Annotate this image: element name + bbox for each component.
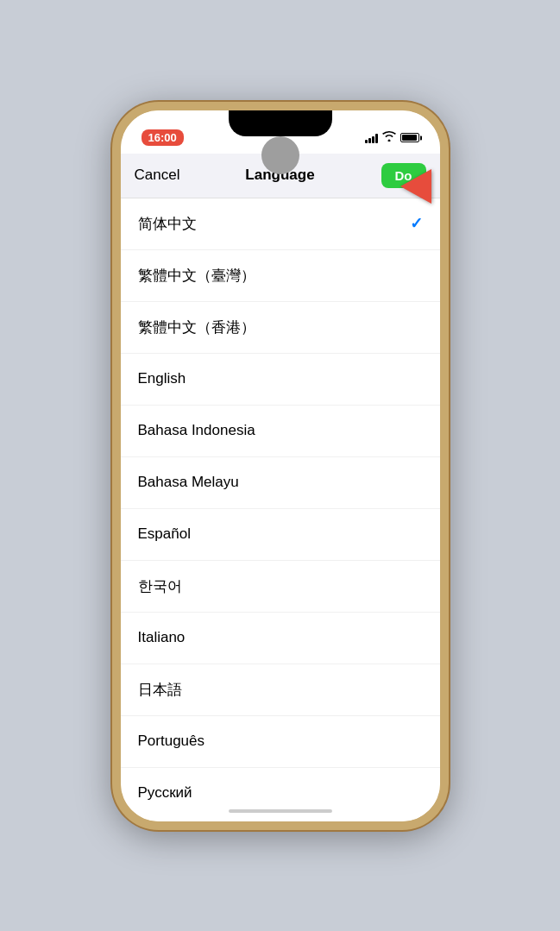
status-icons bbox=[365, 131, 419, 144]
language-name: Português bbox=[138, 733, 205, 750]
language-item[interactable]: Bahasa Indonesia bbox=[121, 406, 440, 457]
language-name: 繁體中文（臺灣） bbox=[138, 266, 255, 286]
language-name: Bahasa Melayu bbox=[138, 474, 239, 491]
phone-body: 16:00 bbox=[112, 102, 449, 830]
signal-bars-icon bbox=[365, 133, 378, 143]
screen: 16:00 bbox=[121, 110, 440, 821]
language-name: 한국어 bbox=[138, 576, 182, 596]
language-name: 简体中文 bbox=[138, 214, 197, 234]
home-bar bbox=[229, 809, 332, 813]
avatar bbox=[261, 136, 299, 174]
cancel-button[interactable]: Cancel bbox=[135, 167, 180, 184]
language-list: 简体中文✓繁體中文（臺灣）繁體中文（香港）EnglishBahasa Indon… bbox=[121, 198, 440, 801]
phone-frame: 16:00 bbox=[0, 0, 560, 931]
language-name: English bbox=[138, 370, 186, 387]
language-item[interactable]: English bbox=[121, 354, 440, 406]
language-item[interactable]: Português bbox=[121, 716, 440, 768]
language-name: Bahasa Indonesia bbox=[138, 422, 255, 439]
language-item[interactable]: 日本語 bbox=[121, 664, 440, 716]
cursor-arrow-icon bbox=[400, 169, 431, 204]
language-name: 繁體中文（香港） bbox=[138, 318, 255, 337]
language-item[interactable]: 简体中文✓ bbox=[121, 198, 440, 250]
checkmark-icon: ✓ bbox=[410, 214, 423, 233]
language-name: 日本語 bbox=[138, 680, 182, 700]
language-item[interactable]: 繁體中文（臺灣） bbox=[121, 250, 440, 302]
language-item[interactable]: Español bbox=[121, 509, 440, 561]
language-name: Español bbox=[138, 525, 191, 543]
language-item[interactable]: Bahasa Melayu bbox=[121, 457, 440, 509]
language-item[interactable]: 繁體中文（香港） bbox=[121, 302, 440, 354]
battery-icon bbox=[400, 133, 419, 142]
status-time: 16:00 bbox=[142, 129, 184, 146]
notch bbox=[229, 110, 332, 136]
language-name: Italiano bbox=[138, 629, 186, 646]
wifi-icon bbox=[382, 131, 396, 144]
language-item[interactable]: Italiano bbox=[121, 613, 440, 664]
language-item[interactable]: Русский bbox=[121, 768, 440, 801]
language-item[interactable]: 한국어 bbox=[121, 561, 440, 613]
language-name: Русский bbox=[138, 784, 192, 801]
home-indicator bbox=[121, 801, 440, 821]
